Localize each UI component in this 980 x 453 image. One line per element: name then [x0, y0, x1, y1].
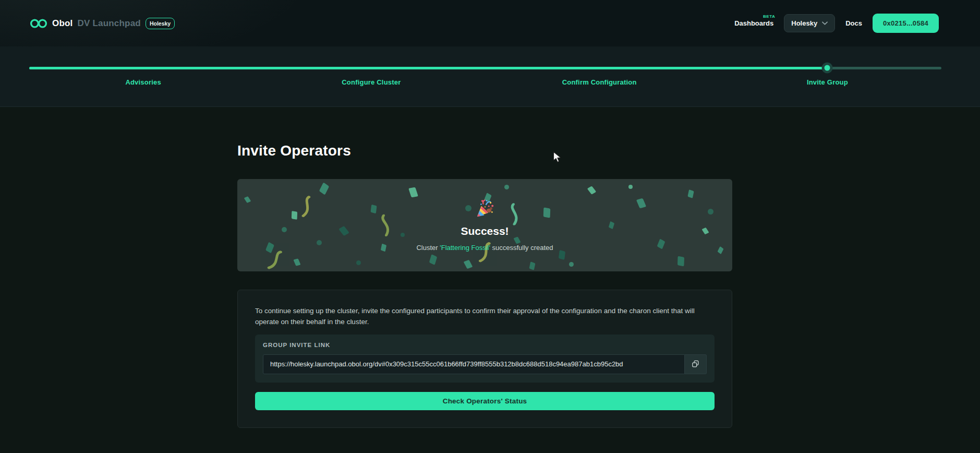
group-invite-link-box: GROUP INVITE LINK	[255, 335, 715, 383]
progress-track-wrap: Advisories Configure Cluster Confirm Con…	[29, 67, 941, 86]
brand-name: Obol	[52, 18, 73, 29]
obol-logo-icon	[30, 18, 47, 29]
invite-link-input[interactable]	[263, 354, 685, 374]
network-badge: Holesky	[146, 18, 175, 29]
nav-dashboards-link[interactable]: Dashboards BETA	[734, 19, 773, 27]
cluster-name: 'Flattering Fossil'	[440, 244, 490, 252]
step-advisories: Advisories	[29, 78, 257, 86]
brand: Obol DV Launchpad Holesky	[30, 18, 175, 29]
progress-thumb	[822, 63, 833, 74]
check-operators-status-button[interactable]: Check Operators' Status	[255, 392, 715, 410]
wallet-address-button[interactable]: 0x0215...0584	[873, 14, 939, 33]
success-card: Success! Cluster 'Flattering Fossil' suc…	[237, 179, 732, 271]
copy-icon	[691, 360, 700, 368]
invite-card: To continue setting up the cluster, invi…	[237, 290, 732, 428]
success-title: Success!	[461, 225, 509, 237]
success-message: Cluster 'Flattering Fossil' successfully…	[416, 244, 553, 252]
party-popper-icon	[476, 199, 494, 218]
step-configure-cluster: Configure Cluster	[257, 78, 485, 86]
progress-track	[29, 67, 941, 69]
progress-fill	[29, 67, 827, 69]
step-invite-group: Invite Group	[713, 78, 941, 86]
network-selector[interactable]: Holesky	[784, 14, 835, 32]
page-title: Invite Operators	[237, 142, 732, 159]
copy-link-button[interactable]	[685, 354, 707, 374]
nav-docs-link[interactable]: Docs	[845, 19, 862, 27]
group-invite-link-label: GROUP INVITE LINK	[263, 342, 707, 348]
brand-suffix: DV Launchpad	[78, 18, 141, 29]
chevron-down-icon	[822, 21, 828, 25]
network-selector-value: Holesky	[791, 19, 817, 27]
app-header: Obol DV Launchpad Holesky Dashboards BET…	[0, 0, 980, 46]
header-nav: Dashboards BETA Holesky Docs 0x0215...05…	[734, 14, 939, 33]
step-confirm-configuration: Confirm Configuration	[486, 78, 713, 86]
main-content: Invite Operators	[237, 142, 732, 428]
beta-badge: BETA	[763, 14, 775, 19]
stepper-section: Advisories Configure Cluster Confirm Con…	[0, 46, 980, 107]
invite-description: To continue setting up the cluster, invi…	[255, 306, 715, 328]
step-labels: Advisories Configure Cluster Confirm Con…	[29, 78, 941, 86]
